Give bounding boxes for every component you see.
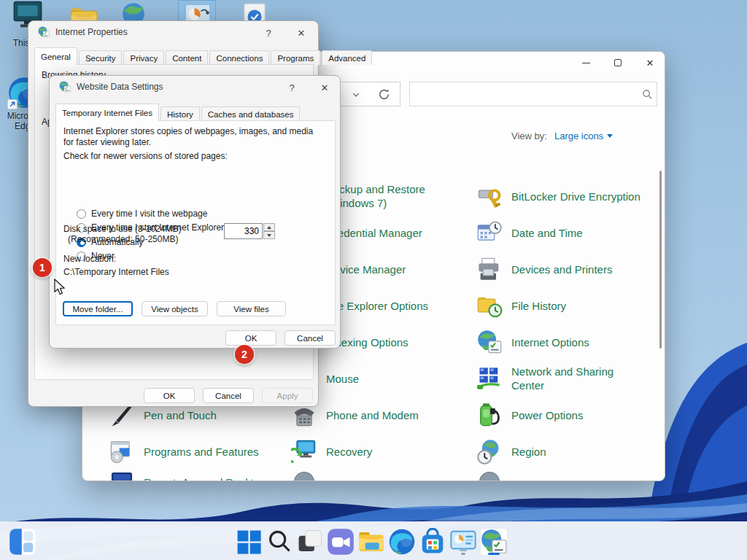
control-panel-search-input[interactable] [416, 85, 635, 103]
view-by-dropdown[interactable]: Large icons [554, 131, 613, 141]
tab-temporary-internet-files[interactable]: Temporary Internet Files [55, 104, 159, 121]
chevron-down-icon [607, 134, 613, 138]
tab-programs[interactable]: Programs [271, 50, 320, 65]
control-panel-item[interactable] [476, 468, 646, 481]
item-label: Internet Options [511, 335, 646, 349]
help-button[interactable]: ? [258, 24, 279, 42]
ok-button[interactable]: OK [144, 388, 195, 403]
shortcut-arrow-icon [7, 99, 18, 109]
radio-option-every-time-i-visit-the-webpage[interactable]: Every time I visit the webpage [77, 208, 207, 219]
item-label: Device Manager [326, 262, 461, 276]
tab-advanced[interactable]: Advanced [322, 50, 372, 65]
tab-general[interactable]: General [34, 47, 77, 65]
start-button[interactable] [235, 528, 263, 556]
ok-button[interactable]: OK [225, 330, 276, 346]
control-panel-button[interactable] [449, 528, 477, 556]
maximize-button[interactable] [602, 52, 634, 74]
disk-space-spinner[interactable] [263, 223, 275, 239]
website-data-settings-icon [59, 81, 71, 93]
cancel-button[interactable]: Cancel [285, 330, 336, 346]
annotation-step-1: 1 [33, 258, 52, 277]
control-panel-item-power-options[interactable]: Power Options [476, 401, 646, 429]
edge-icon [388, 528, 416, 556]
control-panel-item-programs-and-features[interactable]: Programs and Features [109, 438, 279, 465]
control-panel-item-network-and-sharing-center[interactable]: Network and Sharing Center [476, 365, 646, 392]
item-label: Mouse [326, 372, 461, 386]
network-icon [476, 365, 503, 392]
internet-options-button[interactable] [480, 528, 508, 556]
sliver-icon [476, 468, 503, 481]
view-by-label: View by: [511, 131, 547, 141]
scrollbar[interactable] [659, 171, 662, 349]
item-label: File History [511, 299, 646, 313]
edge-button[interactable] [388, 528, 416, 556]
remoteapp-icon [109, 468, 135, 481]
file-explorer-button[interactable] [357, 528, 385, 556]
refresh-icon[interactable] [378, 88, 390, 101]
dialog-title: Internet Properties [55, 27, 128, 37]
close-button[interactable]: ✕ [290, 24, 312, 42]
new-location-path: C:\Temporary Internet Files [63, 267, 169, 278]
minimize-icon [582, 63, 590, 63]
tab-privacy[interactable]: Privacy [123, 50, 164, 65]
minimize-button[interactable] [570, 52, 602, 74]
task-view-button[interactable] [296, 528, 324, 556]
control-panel-item-date-and-time[interactable]: Date and Time [476, 219, 646, 246]
control-panel-item-region[interactable]: Region [476, 438, 646, 465]
tab-caches-and-databases[interactable]: Caches and databases [201, 106, 301, 121]
close-button[interactable]: ✕ [314, 79, 336, 96]
control-panel-item-remoteapp-and-desktop[interactable]: RemoteApp and Desktop [109, 468, 279, 481]
item-label: BitLocker Drive Encryption [511, 190, 646, 203]
active-app-indicator [488, 553, 500, 555]
chat-icon [327, 528, 355, 556]
search-box [409, 82, 657, 106]
search-button[interactable] [266, 528, 293, 556]
chevron-down-icon[interactable] [352, 90, 360, 99]
radio-label: Every time I visit the webpage [91, 209, 207, 219]
disk-space-recommended: (Recommended: 50-250MB) [68, 234, 178, 245]
widgets-button[interactable] [9, 528, 36, 556]
view-objects-button[interactable]: View objects [142, 301, 208, 316]
apply-button[interactable]: Apply [262, 388, 313, 403]
view-files-button[interactable]: View files [217, 301, 286, 316]
control-panel-item-file-history[interactable]: File History [476, 292, 646, 319]
description-text: Internet Explorer stores copies of webpa… [63, 126, 320, 148]
control-panel-item-bitlocker-drive-encryption[interactable]: BitLocker Drive Encryption [476, 182, 646, 210]
store-icon [419, 528, 446, 556]
spinner-up-icon[interactable] [263, 223, 275, 231]
control-panel-item-devices-and-printers[interactable]: Devices and Printers [476, 255, 646, 283]
search-icon[interactable] [642, 89, 653, 100]
close-button[interactable]: ✕ [634, 52, 665, 74]
control-panel-item-recovery[interactable]: Recovery [291, 438, 461, 465]
tab-connections[interactable]: Connections [209, 50, 269, 65]
tab-security[interactable]: Security [79, 50, 123, 65]
cancel-button[interactable]: Cancel [203, 388, 254, 403]
spinner-down-icon[interactable] [263, 231, 275, 239]
item-label: Devices and Printers [511, 262, 646, 276]
item-label: Phone and Modem [326, 408, 461, 422]
chat-button[interactable] [327, 528, 355, 556]
radio-icon[interactable] [77, 209, 86, 219]
move-folder-button[interactable]: Move folder... [63, 301, 133, 316]
control-panel-item-internet-options[interactable]: Internet Options [476, 328, 646, 356]
help-button[interactable]: ? [281, 79, 303, 96]
tab-history[interactable]: History [160, 106, 200, 121]
item-label: Indexing Options [326, 335, 461, 349]
start-icon [235, 528, 263, 556]
datetime-icon [476, 219, 503, 246]
maximize-icon [614, 59, 622, 66]
programs-icon [109, 438, 135, 465]
store-button[interactable] [419, 528, 446, 556]
item-label: Programs and Features [144, 445, 279, 459]
item-label: Backup and Restore (Windows 7) [326, 182, 461, 210]
item-label: Network and Sharing Center [511, 365, 646, 392]
item-label: Date and Time [511, 226, 646, 240]
item-label: Pen and Touch [144, 408, 279, 422]
control-panel-item[interactable] [291, 468, 461, 481]
tab-content[interactable]: Content [166, 50, 208, 65]
new-location-label: New location: [63, 254, 116, 265]
taskbar: ENG 13:06 11/12/2568 [0, 521, 747, 560]
search-icon [266, 528, 293, 556]
disk-space-input[interactable] [224, 223, 263, 239]
sliver-icon [291, 468, 317, 481]
